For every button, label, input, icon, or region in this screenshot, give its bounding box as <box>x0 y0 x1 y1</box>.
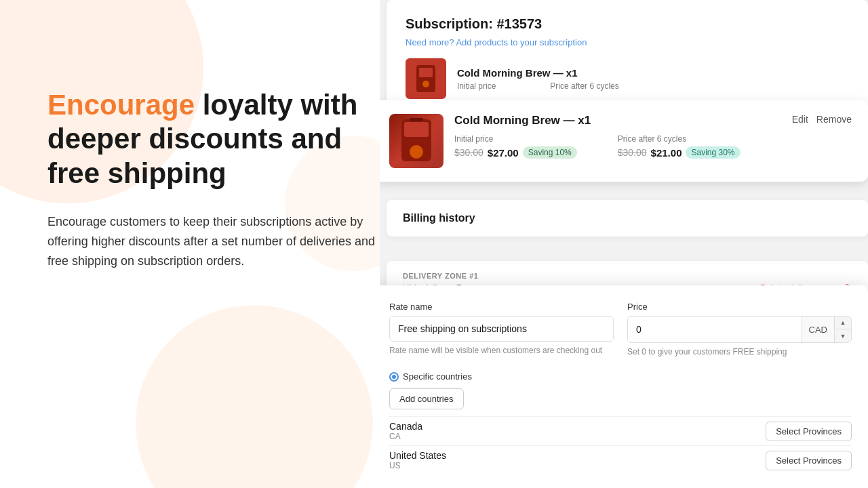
headline: Encourage loyalty with deeper discounts … <box>47 88 393 190</box>
after-price-row: $30.00 $21.00 Saving 30% <box>618 146 741 159</box>
rate-name-hint: Rate name will be visible when customers… <box>389 345 614 357</box>
price-section: Initial price $30.00 $27.00 Saving 10% P… <box>454 134 852 159</box>
price-hint: Set 0 to give your customers FREE shippi… <box>627 346 852 358</box>
initial-price-original: $30.00 <box>454 147 484 158</box>
radio-dot-inner <box>392 375 396 379</box>
billing-section: Billing history <box>387 200 868 237</box>
price-stepper: ▲ ▼ <box>834 317 851 342</box>
price-input-wrapper: CAD ▲ ▼ <box>627 316 852 343</box>
specific-countries-radio[interactable] <box>389 372 399 382</box>
rate-name-group: Rate name Rate name will be visible when… <box>389 302 614 358</box>
delivery-zone-label: DELIVERY ZONE #1 <box>403 272 852 280</box>
remove-link[interactable]: Remove <box>816 114 852 125</box>
price-group: Price CAD ▲ ▼ Set 0 to give your custome… <box>627 302 852 358</box>
rate-name-input-wrapper <box>389 316 614 342</box>
canada-select-provinces-button[interactable]: Select Provinces <box>766 422 852 441</box>
rate-name-label: Rate name <box>389 302 614 312</box>
after-price-group: Price after 6 cycles $30.00 $21.00 Savin… <box>618 134 741 159</box>
subscription-title: Subscription: #13573 <box>406 16 849 32</box>
bg-product-row: Cold Morning Brew — x1 Initial price Pri… <box>406 58 849 99</box>
product-image <box>389 114 443 168</box>
us-code: US <box>389 461 446 470</box>
bg-subscription-card: Subscription: #13573 Need more? Add prod… <box>387 0 868 115</box>
form-overlay: Rate name Rate name will be visible when… <box>380 285 868 488</box>
specific-countries-row: Specific countries <box>389 371 852 382</box>
bg-shape-2 <box>136 305 373 488</box>
price-input[interactable] <box>628 317 802 342</box>
specific-countries-label: Specific countries <box>403 371 472 382</box>
us-select-provinces-button[interactable]: Select Provinces <box>766 451 852 470</box>
after-saving-badge: Saving 30% <box>686 146 740 159</box>
svg-rect-4 <box>404 122 429 137</box>
left-panel: Encourage loyalty with deeper discounts … <box>0 0 434 488</box>
initial-price-label: Initial price <box>454 134 577 144</box>
price-label: Price <box>627 302 852 312</box>
countries-section: Specific countries Add countries Canada … <box>389 363 852 474</box>
rate-name-input[interactable] <box>390 317 613 341</box>
billing-title: Billing history <box>403 212 852 224</box>
after-price-discounted: $21.00 <box>651 147 682 159</box>
svg-point-5 <box>410 145 423 159</box>
form-row: Rate name Rate name will be visible when… <box>389 302 852 358</box>
add-products-link[interactable]: Add products to your subscription <box>456 37 587 47</box>
stepper-up-button[interactable]: ▲ <box>835 317 851 329</box>
initial-saving-badge: Saving 10% <box>523 146 577 159</box>
need-more-text: Need more? Add products to your subscrip… <box>406 37 849 47</box>
bg-product-info: Cold Morning Brew — x1 Initial price Pri… <box>457 67 849 91</box>
canada-name: Canada <box>389 421 422 432</box>
edit-link[interactable]: Edit <box>792 114 808 125</box>
initial-price-group: Initial price $30.00 $27.00 Saving 10% <box>454 134 577 159</box>
stepper-down-button[interactable]: ▼ <box>835 329 851 342</box>
country-row-canada: Canada CA Select Provinces <box>389 416 852 445</box>
canada-info: Canada CA <box>389 421 422 441</box>
svg-rect-6 <box>410 118 423 121</box>
after-price-label: Price after 6 cycles <box>618 134 741 144</box>
initial-price-row: $30.00 $27.00 Saving 10% <box>454 146 577 159</box>
product-name: Cold Morning Brew — x1 <box>454 114 591 127</box>
right-panel: Subscription: #13573 Need more? Add prod… <box>380 0 868 488</box>
initial-price-discounted: $27.00 <box>488 147 519 159</box>
product-card: Cold Morning Brew — x1 Edit Remove Initi… <box>380 100 868 182</box>
us-info: United States US <box>389 450 446 470</box>
description: Encourage customers to keep their subscr… <box>47 212 393 270</box>
us-name: United States <box>389 450 446 461</box>
left-content: Encourage loyalty with deeper discounts … <box>0 0 434 271</box>
after-price-original: $30.00 <box>618 147 647 158</box>
bg-price-cols: Initial price Price after 6 cycles <box>457 81 849 91</box>
country-row-us: United States US Select Provinces <box>389 445 852 474</box>
headline-highlight: Encourage <box>47 89 195 121</box>
add-countries-button[interactable]: Add countries <box>389 388 464 409</box>
product-actions: Edit Remove <box>792 114 852 125</box>
canada-code: CA <box>389 432 422 441</box>
product-card-inner: Cold Morning Brew — x1 Edit Remove Initi… <box>389 114 852 168</box>
product-info: Cold Morning Brew — x1 Edit Remove Initi… <box>454 114 852 159</box>
currency-label: CAD <box>802 317 834 342</box>
